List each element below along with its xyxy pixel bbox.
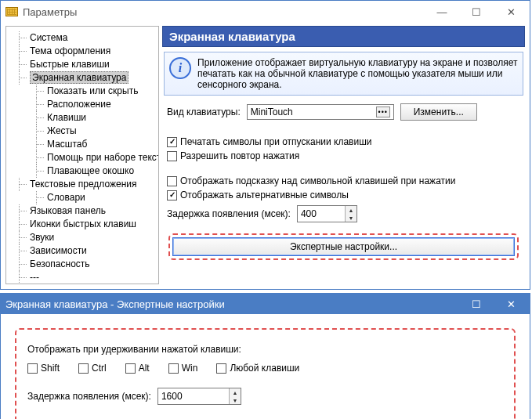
shift-checkbox[interactable]: Shift	[27, 363, 60, 374]
delay-spinner[interactable]: 400 ▲ ▼	[297, 205, 357, 222]
expert-settings-button[interactable]: Экспертные настройки...	[172, 237, 515, 256]
expert-delay-label: Задержка появления (мсек):	[27, 391, 151, 402]
tree-item[interactable]: Звуки	[8, 231, 157, 244]
tree-item-label: Система	[30, 32, 67, 43]
maximize-button[interactable]: ☐	[459, 2, 494, 22]
show-alt-symbols-checkbox[interactable]: Отображать альтернативные символы	[167, 190, 520, 200]
spinner-down-icon[interactable]: ▼	[346, 214, 356, 222]
tree-item-label: Помощь при наборе текста	[47, 152, 159, 163]
panel-header: Экранная клавиатура	[162, 26, 525, 47]
tree-item-label: Безопасность	[30, 258, 90, 269]
close-button[interactable]: ✕	[494, 2, 528, 22]
tree-item[interactable]: Экранная клавиатура	[8, 71, 157, 85]
tree-item-label: Быстрые клавиши	[30, 59, 110, 70]
show-hint-checkbox[interactable]: Отображать подсказку над символьной клав…	[167, 175, 520, 186]
keyboard-icon	[5, 7, 18, 16]
maximize-button[interactable]: ☐	[459, 294, 494, 313]
tree-item[interactable]: Зависимости	[8, 244, 157, 258]
spinner-down-icon[interactable]: ▼	[230, 396, 241, 404]
alt-checkbox[interactable]: Alt	[125, 363, 150, 374]
tree-item[interactable]: Иконки быстрых клавиш	[8, 218, 157, 231]
tree-item[interactable]: Показать или скрыть	[8, 85, 157, 98]
main-window: Параметры — ☐ ✕ СистемаТема оформленияБы…	[0, 0, 530, 290]
tree-item-label: Масштаб	[47, 139, 87, 150]
checkbox-icon	[216, 363, 226, 374]
nav-tree[interactable]: СистемаТема оформленияБыстрые клавишиЭкр…	[5, 26, 159, 284]
spinner-up-icon[interactable]: ▲	[346, 206, 356, 214]
tree-item[interactable]: Языковая панель	[8, 204, 157, 218]
spinner-up-icon[interactable]: ▲	[230, 388, 241, 396]
tree-item[interactable]: Клавиши	[8, 111, 157, 125]
tree-item[interactable]: Плавающее окошко	[8, 164, 157, 178]
change-button[interactable]: Изменить...	[400, 103, 477, 121]
tree-item-label: Текстовые предложения	[30, 179, 137, 190]
any-key-checkbox[interactable]: Любой клавиши	[216, 363, 299, 374]
keyboard-type-field[interactable]: MiniTouch •••	[247, 104, 394, 120]
tree-item[interactable]: Масштаб	[8, 138, 157, 151]
expert-titlebar[interactable]: Экранная клавиатура - Экспертные настрой…	[1, 294, 530, 314]
delay-value: 400	[298, 206, 345, 222]
tree-item-label: Языковая панель	[30, 205, 106, 216]
minimize-button[interactable]: —	[425, 2, 459, 22]
checkbox-icon	[167, 137, 177, 147]
window-title: Параметры	[23, 6, 77, 18]
delay-label: Задержка появления (мсек):	[167, 208, 291, 219]
browse-button[interactable]: •••	[376, 107, 390, 117]
tree-item[interactable]: Словари	[8, 191, 157, 204]
tree-item[interactable]: Помощь при наборе текста	[8, 151, 157, 164]
tree-item[interactable]: Система	[8, 31, 157, 45]
close-button[interactable]: ✕	[494, 294, 528, 313]
expert-button-highlight: Экспертные настройки...	[168, 233, 519, 260]
checkbox-icon	[27, 363, 38, 374]
tree-item[interactable]: Расположение	[8, 98, 157, 111]
win-checkbox[interactable]: Win	[168, 363, 198, 374]
keyboard-type-value: MiniTouch	[251, 107, 293, 117]
tree-item[interactable]: ---	[8, 271, 157, 284]
expert-delay-value: 1600	[158, 388, 229, 404]
tree-item-label: ---	[30, 272, 39, 283]
tree-item-label: Плавающее окошко	[47, 165, 134, 176]
checkbox-icon	[167, 190, 177, 200]
tree-item-label: Тема оформления	[30, 45, 110, 56]
expert-window: Экранная клавиатура - Экспертные настрой…	[0, 293, 530, 419]
tree-item-label: Зависимости	[30, 245, 87, 256]
tree-item-label: Словари	[47, 192, 85, 203]
tree-item-label: Экранная клавиатура	[30, 71, 128, 84]
allow-repeat-checkbox[interactable]: Разрешить повтор нажатия	[167, 150, 520, 161]
tree-item-label: Расположение	[47, 99, 111, 110]
tree-item-label: Жесты	[47, 125, 77, 136]
keyboard-type-label: Вид клавиатуры:	[167, 107, 241, 117]
expert-window-title: Экранная клавиатура - Экспертные настрой…	[5, 298, 225, 310]
checkbox-icon	[167, 176, 177, 186]
tree-item-label: Иконки быстрых клавиш	[30, 219, 136, 229]
settings-panel: Экранная клавиатура i Приложение отображ…	[162, 26, 525, 284]
info-icon: i	[169, 57, 191, 79]
hold-label: Отображать при удерживании нажатой клави…	[27, 344, 503, 355]
info-text: Приложение отображает виртуальную клавиа…	[197, 57, 518, 90]
tree-item[interactable]: Быстрые клавиши	[8, 58, 157, 71]
checkbox-icon	[167, 151, 177, 161]
tree-item-label: Клавиши	[47, 112, 86, 123]
info-box: i Приложение отображает виртуальную клав…	[164, 52, 523, 96]
expert-options-highlight: Отображать при удерживании нажатой клави…	[15, 328, 516, 419]
ctrl-checkbox[interactable]: Ctrl	[78, 363, 107, 374]
tree-item[interactable]: Жесты	[8, 125, 157, 138]
checkbox-icon	[168, 363, 179, 374]
checkbox-icon	[78, 363, 89, 374]
tree-item[interactable]: Текстовые предложения	[8, 178, 157, 191]
tree-item-label: Звуки	[30, 232, 54, 243]
tree-item[interactable]: Тема оформления	[8, 45, 157, 58]
tree-item-label: Показать или скрыть	[47, 85, 138, 96]
expert-delay-spinner[interactable]: 1600 ▲ ▼	[157, 388, 241, 405]
checkbox-icon	[125, 363, 136, 374]
titlebar[interactable]: Параметры — ☐ ✕	[1, 1, 530, 23]
tree-item[interactable]: Безопасность	[8, 258, 157, 271]
print-on-release-checkbox[interactable]: Печатать символы при отпускании клавиши	[167, 136, 520, 147]
